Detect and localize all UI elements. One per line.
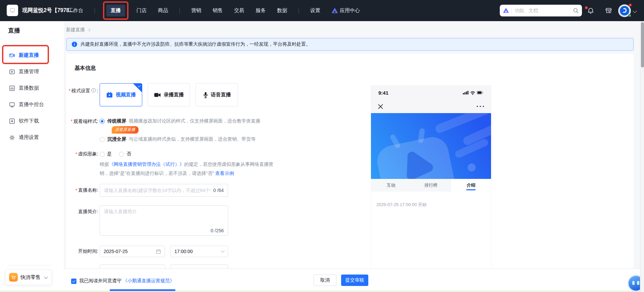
- close-icon[interactable]: [378, 104, 383, 109]
- live-rules-link[interactable]: 《小鹅通直播运营规范》: [123, 278, 174, 283]
- chevron-down-icon: [44, 275, 48, 279]
- storefront-glyph-icon: [9, 7, 16, 14]
- live-name-input-wrap: 0 /64: [100, 184, 228, 197]
- nav-item-live[interactable]: 直播: [106, 5, 125, 16]
- workspace-logo[interactable]: [7, 5, 18, 16]
- avatar-notification-badge: [629, 4, 632, 6]
- start-date-picker[interactable]: 2025-07-25: [100, 246, 165, 257]
- submit-review-button[interactable]: 提交审核: [341, 275, 368, 286]
- nav-item-service[interactable]: 服务: [256, 7, 266, 14]
- workspace-name[interactable]: 现网蓝悦2号【7978...: [22, 0, 74, 21]
- sidebar-item-label: 通用设置: [19, 134, 39, 141]
- nav-item-app-center[interactable]: 应用中心: [332, 7, 360, 14]
- virtual-avatar-note: 根据《网络直播营销管理办法（试行）》的规定，若您使用虚拟形象从事网络直播营销，选…: [100, 160, 277, 178]
- tab-ranking[interactable]: 排行榜: [411, 179, 451, 192]
- sidebar-item-live-console[interactable]: 直播中控台: [0, 96, 64, 113]
- radio-selected-icon[interactable]: [100, 119, 105, 124]
- required-asterisk: *: [69, 88, 70, 93]
- user-avatar[interactable]: [618, 4, 631, 17]
- tab-intro[interactable]: 介绍: [451, 179, 491, 192]
- view-style-option-fullscreen[interactable]: 沉浸全屏 与公域直播间样式类似，支持横竖屏画面，适合营销、带货等: [100, 136, 260, 142]
- start-date-value: 2025-07-25: [104, 249, 128, 254]
- agree-text-label: 我已阅读并同意遵守: [79, 278, 123, 283]
- start-time-value: 17:00:00: [174, 249, 193, 254]
- store-button[interactable]: [605, 0, 612, 21]
- recorder-camera-icon: [154, 92, 161, 98]
- sidebar-item-general-settings[interactable]: 通用设置: [0, 129, 64, 146]
- notifications-button[interactable]: [587, 0, 594, 21]
- mode-option-audio-live[interactable]: 语音直播: [196, 83, 238, 106]
- sidebar: 直播 新建直播 直播管理 直播数据: [0, 21, 64, 292]
- tab-interaction[interactable]: 互动: [371, 179, 411, 192]
- mode-option-video-live[interactable]: 视频直播: [100, 83, 142, 106]
- regulation-link[interactable]: 《网络直播营销管理办法（试行）》: [109, 161, 184, 167]
- option-label: 是: [107, 151, 112, 157]
- start-time-row: 开始时间: 2025-07-25 17:00:00: [66, 246, 228, 257]
- nav-item-trade[interactable]: 交易: [234, 7, 244, 14]
- search-icon[interactable]: [573, 8, 579, 13]
- nav-item-store[interactable]: 门店: [137, 7, 147, 14]
- more-icon[interactable]: [476, 105, 484, 107]
- mode-options: 视频直播 录播直播 语音直: [100, 83, 238, 106]
- user-menu-chevron-icon[interactable]: [633, 9, 637, 13]
- mode-option-label: 视频直播: [116, 92, 136, 98]
- nav-item-data[interactable]: 数据: [277, 7, 287, 14]
- page-scrollbar[interactable]: [640, 21, 644, 292]
- live-intro-textarea-wrap: 0 /256: [100, 205, 228, 236]
- robot-eye: [637, 281, 639, 285]
- monitor-icon: [9, 102, 15, 108]
- phone-toolbar: [371, 100, 491, 113]
- live-intro-label: 直播简介:: [66, 205, 98, 236]
- video-camera-icon: [9, 52, 15, 58]
- help-info-icon[interactable]: [91, 88, 96, 93]
- gear-icon: [9, 135, 15, 141]
- live-name-input[interactable]: [104, 188, 211, 193]
- virtual-avatar-option-no[interactable]: 否: [119, 151, 131, 157]
- download-icon: [9, 118, 15, 124]
- nav-item-marketing[interactable]: 营销: [191, 7, 201, 14]
- phone-status-bar: 9:41: [371, 86, 491, 100]
- sidebar-item-new-live[interactable]: 新建直播: [0, 47, 64, 63]
- view-example-link[interactable]: 查看示例: [215, 171, 234, 176]
- virtual-avatar-option-yes[interactable]: 是: [100, 151, 112, 157]
- nav-divider: [95, 8, 95, 13]
- start-time-select[interactable]: 17:00:00: [170, 246, 228, 257]
- industry-label: 快消零售: [20, 274, 41, 281]
- industry-switcher[interactable]: 快消零售: [5, 270, 52, 285]
- radio-icon[interactable]: [100, 152, 105, 157]
- mode-label: * 模式设置 :: [66, 83, 98, 106]
- char-counter: 0 /256: [211, 228, 224, 233]
- notification-badge: [585, 6, 588, 9]
- note-text: 根据: [100, 161, 109, 167]
- agree-checkbox[interactable]: [71, 279, 76, 284]
- char-counter: 0 /64: [213, 188, 224, 193]
- nav-item-sales[interactable]: 销售: [213, 7, 223, 14]
- sidebar-item-label: 新建直播: [19, 52, 39, 58]
- nav-item-settings[interactable]: 设置: [310, 7, 320, 14]
- global-search[interactable]: 功能、文档: [500, 5, 582, 16]
- radio-icon[interactable]: [119, 152, 124, 157]
- sidebar-item-live-manage[interactable]: 直播管理: [0, 63, 64, 80]
- active-tab-underline: [466, 189, 476, 190]
- phone-clock: 9:41: [378, 90, 388, 96]
- option-name: 沉浸全屏: [107, 136, 126, 142]
- nav-item-goods[interactable]: 商品: [158, 7, 168, 14]
- virtual-avatar-label-text: 虚拟形象:: [78, 151, 98, 157]
- tv-live-icon: [106, 92, 113, 98]
- nav-item-workbench[interactable]: 工作台: [68, 7, 83, 14]
- sidebar-item-software-download[interactable]: 软件下载: [0, 113, 64, 129]
- cancel-button[interactable]: 取消: [314, 275, 336, 286]
- radio-icon[interactable]: [100, 137, 105, 142]
- sidebar-item-live-data[interactable]: 直播数据: [0, 80, 64, 96]
- live-intro-label-text: 直播简介:: [78, 209, 98, 215]
- phone-tabs: 互动 排行榜 介绍: [371, 179, 491, 192]
- virtual-avatar-row: * 虚拟形象: 是 否: [66, 151, 131, 157]
- preview-start-time: 2025-07-25 17:00:00 开始: [376, 202, 486, 208]
- status-icons: [463, 90, 484, 95]
- tab-label: 介绍: [467, 182, 475, 188]
- mode-option-recorded-live[interactable]: 录播直播: [148, 83, 190, 106]
- view-style-option-landscape[interactable]: 传统横屏 视频播放器加讨论区的样式，仅支持横屏画面，适合教学类直播: [100, 118, 260, 124]
- live-intro-textarea[interactable]: [104, 209, 224, 227]
- scrollbar-thumb[interactable]: [641, 22, 644, 67]
- breadcrumb-item[interactable]: 新建直播: [66, 27, 85, 33]
